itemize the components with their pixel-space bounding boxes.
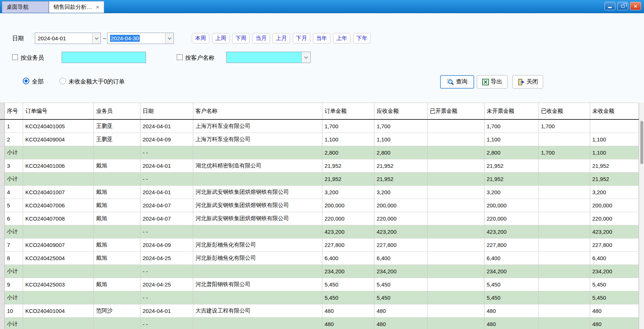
row-selector[interactable] (0, 278, 5, 291)
row-selector[interactable] (0, 133, 5, 146)
row-selector[interactable] (0, 225, 5, 238)
table-cell[interactable]: 9 (5, 278, 23, 291)
row-selector[interactable] (0, 120, 5, 133)
table-cell[interactable]: 5,450 (322, 278, 374, 291)
table-cell[interactable]: 小计 (5, 225, 23, 238)
tab-sales-payment-analysis[interactable]: 销售回款分析… × (49, 1, 104, 13)
table-cell[interactable]: 3 (5, 159, 23, 172)
table-cell[interactable]: 河北新彭楠焦化有限公司 (193, 239, 322, 251)
query-button[interactable]: 查询 (440, 75, 474, 89)
table-cell[interactable]: 河北新武安钢铁集团烘熔钢铁有限公司 (193, 186, 322, 199)
table-cell[interactable]: 227,800 (374, 239, 428, 251)
table-cell[interactable]: 1,700 (539, 120, 590, 133)
table-cell[interactable] (428, 239, 484, 251)
table-cell[interactable]: 200,000 (322, 199, 374, 212)
table-cell[interactable]: 5 (5, 199, 23, 212)
by-customer-checkbox[interactable] (177, 54, 183, 60)
row-selector[interactable] (0, 159, 5, 172)
table-cell[interactable] (428, 186, 484, 199)
table-cell[interactable]: 2024-04-01 (140, 186, 193, 199)
quick-range-button-2[interactable]: 下周 (232, 33, 250, 44)
table-cell[interactable]: 大吉建设工程有限公司 (193, 304, 322, 317)
table-cell[interactable]: 2024-04-07 (140, 199, 193, 212)
table-cell[interactable]: 戴旭 (94, 212, 140, 225)
table-cell[interactable]: 小计 (5, 146, 23, 159)
table-cell[interactable]: 423,200 (322, 225, 374, 238)
table-cell[interactable] (193, 265, 322, 278)
export-button[interactable]: 导出 (477, 75, 508, 89)
table-cell[interactable] (590, 120, 639, 133)
header-cell-0[interactable]: 序号 (5, 103, 23, 119)
table-cell[interactable] (428, 173, 484, 185)
table-cell[interactable]: 上海万科泵业有限公司 (193, 120, 322, 133)
subtotal-row[interactable]: 小计- -423,200423,200423,200423,200 (0, 225, 639, 239)
table-cell[interactable]: 2024-04-09 (140, 133, 193, 146)
table-cell[interactable] (94, 146, 140, 159)
tab-desktop-nav[interactable]: 桌面导航 (2, 1, 49, 13)
table-cell[interactable]: 480 (322, 318, 374, 329)
table-cell[interactable]: 1,100 (590, 146, 639, 159)
table-cell[interactable] (539, 133, 590, 146)
table-cell[interactable]: 227,800 (484, 239, 539, 251)
table-cell[interactable] (539, 278, 590, 291)
table-row[interactable]: 3KCO240401006戴旭2024-04-01湖北优科精密制造有限公司21,… (0, 159, 639, 173)
table-cell[interactable]: KCO240401007 (23, 186, 94, 199)
table-cell[interactable] (428, 278, 484, 291)
subtotal-row[interactable]: 小计- -480480480480 (0, 318, 639, 329)
table-cell[interactable]: 3,200 (590, 186, 639, 199)
row-selector[interactable] (0, 291, 5, 304)
table-cell[interactable] (23, 173, 94, 185)
header-cell-1[interactable]: 订单编号 (23, 103, 94, 119)
table-cell[interactable]: 220,000 (484, 212, 539, 225)
table-cell[interactable] (23, 318, 94, 329)
table-cell[interactable]: 戴旭 (94, 252, 140, 265)
table-cell[interactable]: 480 (484, 304, 539, 317)
table-cell[interactable] (539, 291, 590, 304)
date-to-combobox[interactable]: 2024-04-30 (107, 33, 174, 44)
table-cell[interactable] (94, 265, 140, 278)
row-selector[interactable] (0, 173, 5, 185)
table-row[interactable]: 9KCO240425003戴旭2024-04-25河北普阳钢铁有限公司5,450… (0, 278, 639, 291)
table-row[interactable]: 5KCO240407006戴旭2024-04-07河北新武安钢铁集团烘熔钢铁有限… (0, 199, 639, 212)
table-cell[interactable]: 234,200 (590, 265, 639, 278)
table-cell[interactable]: 小计 (5, 291, 23, 304)
table-cell[interactable] (539, 225, 590, 238)
table-cell[interactable]: 1,100 (590, 133, 639, 146)
quick-range-button-5[interactable]: 下月 (293, 33, 310, 44)
table-cell[interactable]: - - (140, 318, 193, 329)
subtotal-row[interactable]: 小计- -5,4505,4505,4505,450 (0, 291, 639, 304)
table-cell[interactable]: 234,200 (322, 265, 374, 278)
table-cell[interactable]: 2024-04-09 (140, 239, 193, 251)
table-cell[interactable] (539, 212, 590, 225)
radio-unpaid-orders[interactable] (59, 78, 66, 84)
table-cell[interactable]: 小计 (5, 265, 23, 278)
table-cell[interactable]: 1,100 (374, 133, 428, 146)
table-cell[interactable]: 2 (5, 133, 23, 146)
header-cell-6[interactable]: 应收金额 (374, 103, 428, 119)
table-cell[interactable]: 戴旭 (94, 186, 140, 199)
table-cell[interactable]: 220,000 (374, 212, 428, 225)
table-cell[interactable]: KCO240401004 (23, 304, 94, 317)
table-cell[interactable]: 2024-04-25 (140, 278, 193, 291)
table-cell[interactable]: 1,700 (322, 120, 374, 133)
table-row[interactable]: 10KCO240401004范阿沙2024-04-01大吉建设工程有限公司480… (0, 304, 639, 318)
table-cell[interactable]: 480 (322, 304, 374, 317)
table-cell[interactable]: 小计 (5, 173, 23, 185)
table-cell[interactable]: 河北普阳钢铁有限公司 (193, 278, 322, 291)
table-cell[interactable] (193, 173, 322, 185)
table-cell[interactable]: 5,450 (590, 291, 639, 304)
table-cell[interactable]: 21,952 (484, 173, 539, 185)
table-cell[interactable] (428, 265, 484, 278)
quick-range-button-3[interactable]: 当月 (252, 33, 270, 44)
table-cell[interactable] (428, 146, 484, 159)
quick-range-button-8[interactable]: 下年 (353, 33, 371, 44)
table-cell[interactable]: 6,400 (484, 252, 539, 265)
row-selector[interactable] (0, 199, 5, 212)
table-cell[interactable] (428, 318, 484, 329)
table-cell[interactable]: 5,450 (374, 278, 428, 291)
table-cell[interactable]: 200,000 (374, 199, 428, 212)
subtotal-row[interactable]: 小计- -234,200234,200234,200234,200 (0, 265, 639, 278)
header-cell-5[interactable]: 订单金额 (322, 103, 374, 119)
table-cell[interactable]: 2024-04-01 (140, 304, 193, 317)
table-cell[interactable] (539, 265, 590, 278)
